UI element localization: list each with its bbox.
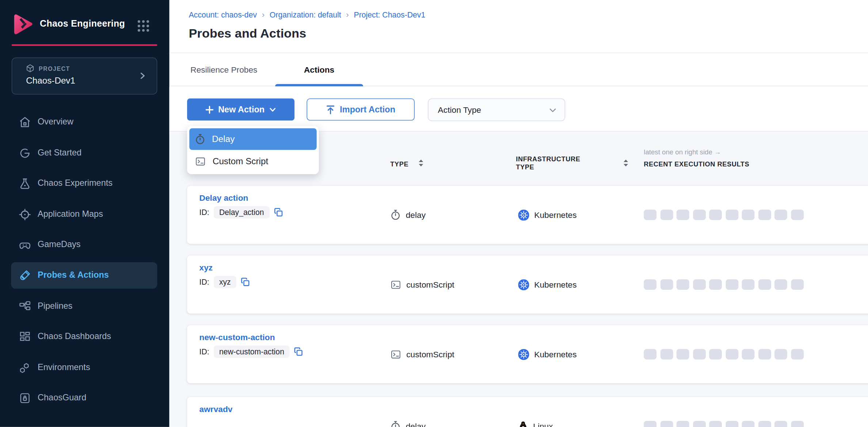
result-placeholder (660, 280, 673, 290)
column-header-infrastructure-type[interactable]: INFRASTRUCTURE TYPE (516, 155, 583, 171)
result-placeholder (791, 349, 804, 359)
result-placeholder (709, 349, 722, 359)
module-switcher-icon[interactable] (136, 19, 151, 33)
sort-icon[interactable] (419, 159, 424, 167)
tab-resilience-probes[interactable]: Resilience Probes (190, 65, 257, 74)
result-placeholder (709, 280, 722, 290)
copy-icon[interactable] (274, 208, 283, 216)
breadcrumb: Account: chaos-dev›Organization: default… (189, 10, 426, 19)
sidebar-item-chaosguard[interactable]: ChaosGuard (11, 385, 157, 412)
sidebar-item-label: Pipelines (38, 301, 72, 311)
recent-execution-results (644, 255, 803, 313)
action-name-link[interactable]: xyz (199, 263, 213, 272)
kubernetes-icon (518, 209, 529, 220)
recent-execution-results (644, 397, 803, 427)
new-action-button[interactable]: New Action (187, 99, 294, 121)
type-cell: customScript (391, 255, 454, 313)
chaos-engineering-logo-icon (13, 14, 33, 35)
page-title: Probes and Actions (189, 27, 307, 41)
result-placeholder (742, 280, 755, 290)
type-value: customScript (406, 280, 454, 289)
terminal-icon (391, 280, 401, 289)
result-placeholder (726, 280, 738, 290)
table-row[interactable]: xyz ID: xyz customScript Kubernetes (187, 255, 868, 313)
table-row[interactable]: Delay action ID: Delay_action delay Kube… (187, 186, 868, 244)
menu-item-delay[interactable]: Delay (189, 128, 317, 150)
action-type-select[interactable]: Action Type (428, 99, 565, 121)
sidebar-item-get-started[interactable]: Get Started (11, 140, 157, 166)
copy-icon[interactable] (241, 277, 250, 286)
upload-icon (326, 105, 335, 114)
action-name-link[interactable]: Delay action (199, 193, 248, 203)
sidebar-item-label: Application Maps (38, 209, 103, 219)
type-cell: delay (391, 186, 426, 244)
type-value: customScript (406, 350, 454, 359)
infrastructure-cell: Kubernetes (518, 255, 576, 313)
result-placeholder (791, 210, 804, 220)
recent-execution-results (644, 186, 803, 244)
column-header-type[interactable]: TYPE (390, 160, 408, 168)
result-placeholder (742, 421, 755, 427)
sidebar-item-application-maps[interactable]: Application Maps (11, 201, 157, 228)
import-action-button[interactable]: Import Action (307, 99, 414, 121)
result-placeholder (660, 421, 673, 427)
sidebar-item-pipelines[interactable]: Pipelines (11, 293, 157, 320)
sidebar-item-chaos-experiments[interactable]: Chaos Experiments (11, 170, 157, 197)
sidebar-item-label: Probes & Actions (38, 270, 109, 280)
result-placeholder (677, 210, 689, 220)
stopwatch-icon (391, 421, 400, 427)
stopwatch-icon (195, 134, 205, 145)
result-placeholder (677, 349, 689, 359)
chevron-right-icon (138, 71, 146, 80)
result-placeholder (726, 421, 738, 427)
pipelines-icon (18, 300, 31, 313)
result-placeholder (758, 421, 771, 427)
infrastructure-cell: Kubernetes (518, 325, 576, 383)
sidebar-item-overview[interactable]: Overview (11, 109, 157, 136)
result-placeholder (693, 349, 705, 359)
action-id-value: Delay_action (214, 206, 270, 218)
sidebar-item-probes-actions[interactable]: Probes & Actions (11, 262, 157, 289)
breadcrumb-organization-link[interactable]: Organization: default (270, 11, 341, 19)
table-row[interactable]: awrvadv delay Linux (187, 397, 868, 427)
id-label: ID: (199, 347, 209, 356)
chevron-down-icon (549, 106, 557, 115)
sidebar-item-gamedays[interactable]: GameDays (11, 232, 157, 258)
dashboard-icon (18, 330, 31, 343)
sidebar-item-environments[interactable]: Environments (11, 354, 157, 381)
test-tube-icon (18, 269, 31, 282)
infrastructure-cell: Kubernetes (518, 186, 576, 244)
import-action-label: Import Action (340, 104, 395, 114)
breadcrumb-account-link[interactable]: Account: chaos-dev (189, 11, 257, 19)
main-content: Account: chaos-dev›Organization: default… (170, 0, 868, 427)
copy-icon[interactable] (294, 347, 303, 356)
result-placeholder (660, 349, 673, 359)
action-name-link[interactable]: awrvadv (199, 404, 233, 414)
tab-actions[interactable]: Actions (275, 65, 363, 74)
project-selector[interactable]: PROJECT Chaos-Dev1 (12, 58, 157, 95)
result-placeholder (758, 210, 771, 220)
sidebar-item-label: Overview (38, 117, 73, 127)
new-action-menu: Delay Custom Script (187, 126, 319, 174)
result-placeholder (774, 421, 787, 427)
sort-icon[interactable] (623, 159, 628, 167)
sidebar-item-chaos-dashboards[interactable]: Chaos Dashboards (11, 323, 157, 350)
sidebar-item-label: Chaos Dashboards (38, 331, 111, 341)
infrastructure-value: Kubernetes (534, 350, 576, 359)
action-id-value: new-custom-action (214, 345, 290, 357)
get-started-icon (18, 147, 31, 160)
menu-item-custom-script[interactable]: Custom Script (189, 150, 317, 172)
action-name-link[interactable]: new-custom-action (199, 332, 275, 342)
kubernetes-icon (518, 349, 529, 359)
result-placeholder (644, 280, 656, 290)
result-placeholder (677, 421, 689, 427)
result-placeholder (693, 421, 705, 427)
terminal-icon (391, 349, 401, 359)
table-row[interactable]: new-custom-action ID: new-custom-action … (187, 325, 868, 383)
result-placeholder (791, 421, 804, 427)
sidebar: Chaos Engineering PROJECT Chaos-Dev1 (0, 0, 170, 427)
breadcrumb-separator: › (262, 10, 265, 19)
flask-icon (18, 177, 31, 190)
result-placeholder (742, 210, 755, 220)
breadcrumb-project-link[interactable]: Project: Chaos-Dev1 (354, 11, 426, 19)
